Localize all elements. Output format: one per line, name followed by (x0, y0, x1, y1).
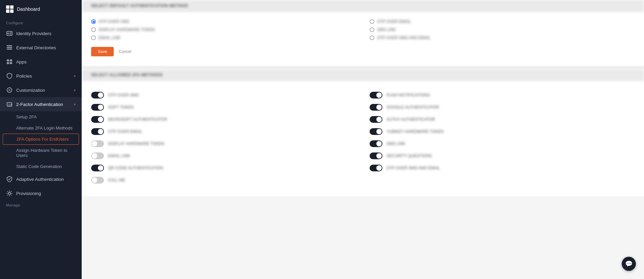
sidebar-item-adaptive-auth[interactable]: Adaptive Authentication (0, 172, 82, 186)
radio-email-link-circle (91, 35, 96, 40)
provisioning-label: Provisioning (16, 191, 41, 196)
toggle-security-q[interactable] (370, 152, 382, 159)
twofa-label: 2-Factor Authentication (16, 102, 63, 107)
sidebar-item-customization[interactable]: Customization ▾ (0, 83, 82, 97)
toggle-otp-sms-email[interactable] (370, 165, 382, 171)
twofa-chevron: ▾ (74, 103, 76, 106)
sidebar: Dashboard Configure Identity Providers E… (0, 0, 82, 279)
toggle-display-hw[interactable] (91, 140, 104, 147)
toggle-otp-sms[interactable] (91, 92, 104, 99)
toggle-sms-link[interactable] (370, 140, 382, 147)
section1-actions: Save Cancel (91, 47, 635, 56)
svg-text:123: 123 (8, 104, 12, 106)
svg-rect-10 (7, 62, 9, 64)
toggle-otp-email[interactable] (91, 128, 104, 135)
svg-point-15 (8, 192, 10, 194)
manage-section-label: Manage (0, 200, 82, 208)
toggle-google-auth-label: GOOGLE AUTHENTICATOR (386, 105, 439, 110)
toggle-row-display-hw: DISPLAY HARDWARE TOKEN (91, 140, 356, 147)
identity-providers-label: Identity Providers (16, 31, 51, 36)
customization-label: Customization (16, 88, 45, 93)
radio-display-hw[interactable]: DISPLAY HARDWARE TOKEN (91, 27, 356, 32)
toggle-call-me-label: CALL ME (108, 178, 125, 183)
toggle-microsoft-auth[interactable] (91, 116, 104, 123)
toggle-authy-auth[interactable] (370, 116, 382, 123)
toggle-row-sms-link: SMS LINK (370, 140, 635, 147)
list-icon (6, 44, 13, 51)
shield-check-icon (6, 176, 13, 183)
toggle-row-yubikey: YUBIKEY HARDWARE TOKEN (370, 128, 635, 135)
main-content: SELECT DEFAULT AUTHENTICATION METHOD OTP… (82, 0, 644, 279)
dashboard-label: Dashboard (17, 6, 40, 12)
radio-otp-email-circle (370, 19, 374, 24)
toggle-row-call-me: CALL ME (91, 177, 356, 184)
toggle-email-link[interactable] (91, 152, 104, 159)
toggle-call-me[interactable] (91, 177, 104, 184)
radio-grid: OTP OVER SMS DISPLAY HARDWARE TOKEN EMAI… (91, 19, 635, 40)
toggle-soft-token[interactable] (91, 104, 104, 111)
sidebar-item-policies[interactable]: Policies ▾ (0, 69, 82, 83)
sidebar-subitem-2fa-options-endusers[interactable]: 2FA Options For EndUsers (3, 134, 79, 145)
toggle-row-qr-code: QR CODE AUTHENTICATION (91, 165, 356, 171)
customization-chevron: ▾ (74, 88, 76, 92)
radio-display-hw-circle (91, 27, 96, 32)
external-directories-label: External Directories (16, 45, 56, 50)
section2-header: SELECT ALLOWED 2FA METHODS (82, 69, 644, 81)
chat-bubble[interactable]: 💬 (622, 257, 636, 271)
section1-header: SELECT DEFAULT AUTHENTICATION METHOD (82, 0, 644, 12)
toggle-sms-link-label: SMS LINK (386, 141, 405, 146)
allowed-2fa-section: SELECT ALLOWED 2FA METHODS OTP OVER SMS … (82, 69, 644, 196)
svg-rect-11 (10, 62, 12, 64)
toggle-row-otp-email: OTP OVER EMAIL (91, 128, 356, 135)
sidebar-dashboard[interactable]: Dashboard (0, 0, 82, 18)
toggle-col-left: OTP OVER SMS SOFT TOKEN MICROSOFT AUTHEN… (91, 92, 356, 184)
radio-col-left: OTP OVER SMS DISPLAY HARDWARE TOKEN EMAI… (91, 19, 356, 40)
sidebar-item-apps[interactable]: Apps (0, 55, 82, 69)
toggle-yubikey-label: YUBIKEY HARDWARE TOKEN (386, 129, 444, 134)
sidebar-subitem-assign-hardware[interactable]: Assign Hardware Token to Users (0, 145, 82, 161)
toggle-row-microsoft-auth: MICROSOFT AUTHENTICATOR (91, 116, 356, 123)
radio-otp-sms-email[interactable]: OTP OVER SMS AND EMAIL (370, 35, 635, 40)
toggle-yubikey[interactable] (370, 128, 382, 135)
cancel-button[interactable]: Cancel (119, 49, 131, 54)
toggle-row-security-q: SECURITY QUESTIONS (370, 152, 635, 159)
toggle-col-right: PUSH NOTIFICATIONS GOOGLE AUTHENTICATOR … (370, 92, 635, 184)
toggle-push-notif[interactable] (370, 92, 382, 99)
radio-email-link[interactable]: EMAIL LINK (91, 35, 356, 40)
toggle-microsoft-auth-label: MICROSOFT AUTHENTICATOR (108, 117, 167, 122)
svg-rect-5 (7, 45, 12, 46)
radio-col-right: OTP OVER EMAIL SMS LINK OTP OVER SMS AND… (370, 19, 635, 40)
sidebar-item-2fa[interactable]: 123 2-Factor Authentication ▾ (0, 97, 82, 111)
radio-otp-sms-circle (91, 19, 96, 24)
radio-display-hw-label: DISPLAY HARDWARE TOKEN (99, 27, 155, 32)
radio-otp-sms-email-label: OTP OVER SMS AND EMAIL (377, 35, 430, 40)
sidebar-subitem-static-code[interactable]: Static Code Generation (0, 161, 82, 172)
sidebar-subitem-alternate-2fa[interactable]: Alternate 2FA Login Methods (0, 122, 82, 134)
radio-sms-link[interactable]: SMS LINK (370, 27, 635, 32)
toggle-google-auth[interactable] (370, 104, 382, 111)
toggle-push-notif-label: PUSH NOTIFICATIONS (386, 93, 430, 97)
toggle-row-google-auth: GOOGLE AUTHENTICATOR (370, 104, 635, 111)
toggle-row-push-notif: PUSH NOTIFICATIONS (370, 92, 635, 99)
toggle-display-hw-label: DISPLAY HARDWARE TOKEN (108, 141, 164, 146)
save-button[interactable]: Save (91, 47, 114, 56)
toggle-row-email-link: EMAIL LINK (91, 152, 356, 159)
toggle-security-q-label: SECURITY QUESTIONS (386, 154, 432, 158)
settings-icon (6, 190, 13, 197)
radio-otp-email[interactable]: OTP OVER EMAIL (370, 19, 635, 24)
sidebar-subitem-setup-2fa[interactable]: Setup 2FA (0, 111, 82, 122)
toggle-row-otp-sms: OTP OVER SMS (91, 92, 356, 99)
toggle-qr-code[interactable] (91, 165, 104, 171)
sidebar-item-external-directories[interactable]: External Directories (0, 40, 82, 55)
toggle-row-soft-token: SOFT TOKEN (91, 104, 356, 111)
svg-rect-9 (10, 59, 12, 61)
toggle-soft-token-label: SOFT TOKEN (108, 105, 134, 110)
radio-otp-email-label: OTP OVER EMAIL (377, 19, 411, 24)
sidebar-item-provisioning[interactable]: Provisioning (0, 186, 82, 200)
radio-otp-sms-label: OTP OVER SMS (99, 19, 129, 24)
sidebar-item-identity-providers[interactable]: Identity Providers (0, 26, 82, 40)
radio-otp-sms[interactable]: OTP OVER SMS (91, 19, 356, 24)
toggle-otp-sms-email-label: OTP OVER SMS AND EMAIL (386, 166, 440, 170)
grid-icon (6, 58, 13, 65)
radio-sms-link-label: SMS LINK (377, 27, 396, 32)
